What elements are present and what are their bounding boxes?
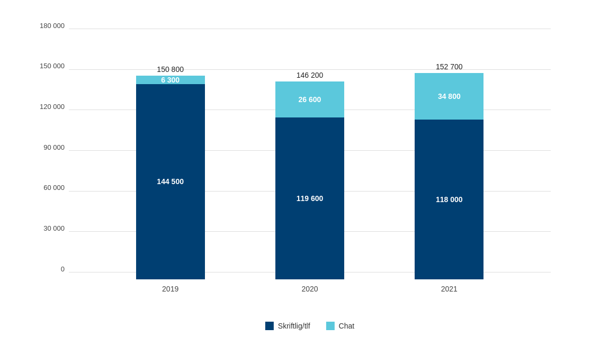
y-axis-label: 120 000 (40, 102, 65, 110)
bar-stack: 6 300144 500 (136, 76, 205, 279)
bar-chat-segment: 34 800 (415, 73, 483, 120)
chart-area: 180 000150 000120 00090 00060 00030 0000… (69, 29, 551, 293)
legend-chat-box (326, 322, 335, 330)
legend-skriftlig-label: Skriftlig/tlf (278, 322, 310, 330)
bar-skriftlig-segment: 119 600 (275, 117, 344, 279)
legend-chat: Chat (326, 322, 355, 330)
bar-total-label: 150 800 (157, 65, 184, 74)
y-axis-label: 30 000 (43, 224, 65, 232)
legend-chat-label: Chat (339, 322, 355, 330)
bar-wrapper: 152 70034 800118 000 (415, 62, 483, 279)
bar-skriftlig-segment: 118 000 (415, 120, 483, 279)
bar-stack: 34 800118 000 (415, 73, 483, 279)
y-axis-label: 90 000 (43, 143, 65, 151)
bar-group: 152 70034 800118 0002021 (415, 62, 483, 293)
bar-total-label: 152 700 (436, 62, 463, 71)
bar-wrapper: 146 20026 600119 600 (275, 71, 344, 279)
bar-chat-segment: 6 300 (136, 76, 205, 84)
bar-total-label: 146 200 (297, 71, 324, 79)
bar-group: 150 8006 300144 5002019 (136, 65, 205, 293)
bar-stack: 26 600119 600 (275, 81, 344, 279)
bar-wrapper: 150 8006 300144 500 (136, 65, 205, 279)
y-axis-label: 150 000 (40, 62, 65, 70)
bar-skriftlig-segment: 144 500 (136, 84, 205, 279)
chart-container: 180 000150 000120 00090 00060 00030 0000… (26, 18, 583, 346)
y-axis-label: 60 000 (43, 184, 65, 192)
x-axis-label: 2021 (441, 285, 458, 293)
x-axis-label: 2019 (162, 285, 178, 293)
legend-skriftlig: Skriftlig/tlf (265, 322, 310, 330)
bars-area: 150 8006 300144 5002019146 20026 600119 … (69, 29, 551, 293)
y-axis-label: 0 (61, 265, 65, 272)
legend-skriftlig-box (265, 322, 274, 330)
y-axis-label: 180 000 (40, 21, 65, 29)
legend: Skriftlig/tlfChat (265, 322, 354, 330)
x-axis-label: 2020 (301, 285, 318, 293)
bar-chat-segment: 26 600 (275, 81, 344, 117)
bar-group: 146 20026 600119 6002020 (275, 71, 344, 293)
